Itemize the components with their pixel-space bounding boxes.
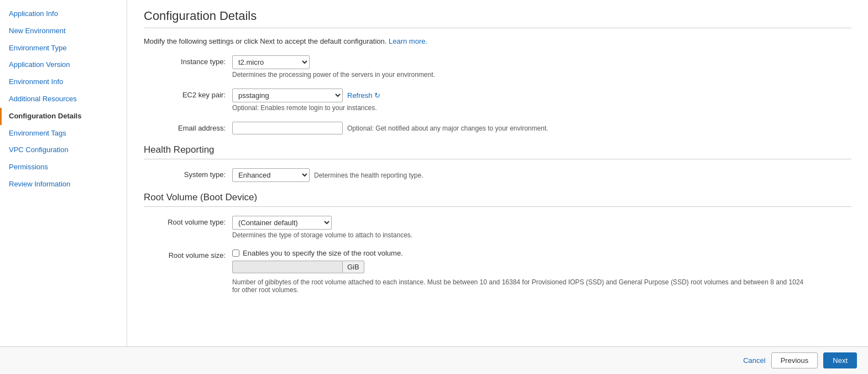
sidebar-item-environment-tags[interactable]: Environment Tags [0, 125, 127, 142]
instance-type-hint: Determines the processing power of the s… [232, 71, 435, 79]
sidebar-item-configuration-details[interactable]: Configuration Details [0, 108, 127, 125]
instance-type-row: Instance type: t2.micro Determines the p… [144, 55, 851, 79]
refresh-icon: ↻ [374, 91, 380, 100]
refresh-label: Refresh [347, 91, 373, 100]
sidebar: Application Info New Environment Environ… [0, 0, 127, 346]
ec2-key-row: EC2 key pair: psstaging Refresh ↻ Option… [144, 89, 851, 112]
sidebar-item-review-information[interactable]: Review Information [0, 176, 127, 193]
root-volume-divider [144, 206, 851, 207]
system-type-label: System type: [144, 168, 232, 179]
learn-more-link[interactable]: Learn more. [389, 37, 427, 45]
main-content: Configuration Details Modify the followi… [127, 0, 868, 346]
system-type-control: Enhanced Determines the health reporting… [232, 168, 423, 182]
volume-size-checkbox-row: Enables you to specify the size of the r… [232, 249, 813, 257]
system-type-select[interactable]: Enhanced [232, 168, 310, 182]
health-reporting-header: Health Reporting [144, 144, 851, 155]
title-divider [144, 28, 851, 28]
system-type-hint: Determines the health reporting type. [314, 172, 423, 179]
ec2-keypair-select[interactable]: psstaging [232, 89, 343, 102]
instance-type-select[interactable]: t2.micro [232, 55, 310, 69]
sidebar-item-additional-resources[interactable]: Additional Resources [0, 91, 127, 108]
root-volume-type-hint: Determines the type of storage volume to… [232, 231, 412, 239]
root-volume-type-label: Root volume type: [144, 216, 232, 226]
intro-text: Modify the following settings or click N… [144, 37, 851, 45]
root-volume-size-label: Root volume size: [144, 249, 232, 259]
volume-size-checkbox[interactable] [232, 250, 239, 257]
email-row: Email address: Optional: Get notified ab… [144, 122, 851, 134]
root-volume-type-row: Root volume type: (Container default) De… [144, 216, 851, 239]
page-title: Configuration Details [144, 9, 851, 23]
footer: Cancel Previous Next [0, 346, 868, 374]
email-label: Email address: [144, 122, 232, 132]
sidebar-item-application-version[interactable]: Application Version [0, 56, 127, 74]
gib-input[interactable] [232, 261, 343, 273]
cancel-button[interactable]: Cancel [743, 356, 765, 365]
health-divider [144, 159, 851, 159]
email-control: Optional: Get notified about any major c… [232, 122, 548, 134]
gib-row: GiB [232, 261, 813, 273]
next-button[interactable]: Next [823, 352, 857, 368]
root-volume-header: Root Volume (Boot Device) [144, 192, 851, 203]
root-volume-type-select[interactable]: (Container default) [232, 216, 332, 230]
root-volume-size-row: Root volume size: Enables you to specify… [144, 249, 851, 294]
root-volume-type-control: (Container default) Determines the type … [232, 216, 412, 239]
sidebar-item-new-environment[interactable]: New Environment [0, 23, 127, 40]
sidebar-item-vpc-configuration[interactable]: VPC Configuration [0, 142, 127, 159]
ec2-key-hint: Optional: Enables remote login to your i… [232, 104, 380, 112]
root-volume-size-control: Enables you to specify the size of the r… [232, 249, 813, 294]
volume-size-checkbox-hint: Enables you to specify the size of the r… [243, 249, 403, 257]
previous-button[interactable]: Previous [771, 352, 818, 368]
volume-note: Number of gibibytes of the root volume a… [232, 278, 813, 294]
sidebar-item-environment-info[interactable]: Environment Info [0, 74, 127, 91]
ec2-key-control: psstaging Refresh ↻ Optional: Enables re… [232, 89, 380, 112]
sidebar-item-permissions[interactable]: Permissions [0, 159, 127, 176]
gib-label: GiB [343, 261, 364, 273]
sidebar-item-application-info[interactable]: Application Info [0, 6, 127, 23]
instance-type-label: Instance type: [144, 55, 232, 66]
email-hint: Optional: Get notified about any major c… [347, 124, 548, 132]
email-input[interactable] [232, 122, 343, 134]
ec2-key-refresh-link[interactable]: Refresh ↻ [347, 91, 380, 100]
system-type-row: System type: Enhanced Determines the hea… [144, 168, 851, 182]
ec2-key-label: EC2 key pair: [144, 89, 232, 99]
instance-type-control: t2.micro Determines the processing power… [232, 55, 435, 79]
sidebar-item-environment-type[interactable]: Environment Type [0, 40, 127, 57]
